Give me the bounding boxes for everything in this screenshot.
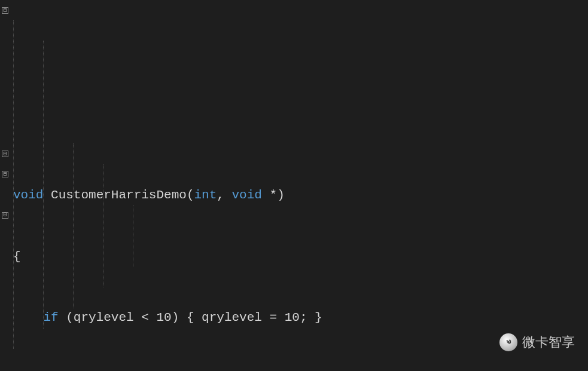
fold-icon[interactable]: ⊟	[2, 151, 8, 157]
fold-icon[interactable]: ⊟	[2, 7, 8, 14]
code-editor[interactable]: ⊟ ⊟ ⊟ ⊟ void CustomerHarrisDemo(int, voi…	[0, 0, 588, 371]
fold-icon[interactable]: ⊟	[2, 171, 8, 177]
editor-gutter: ⊟ ⊟ ⊟ ⊟	[0, 0, 11, 371]
watermark: ༄ 微卡智享	[499, 332, 575, 353]
code-line: if (qrylevel < 10) { qrylevel = 10; }	[13, 308, 588, 328]
code-line: void CustomerHarrisDemo(int, void *)	[13, 185, 588, 206]
wechat-icon: ༄	[499, 333, 517, 351]
code-line: {	[13, 247, 588, 267]
code-area[interactable]: void CustomerHarrisDemo(int, void *) { i…	[11, 0, 588, 371]
fold-icon[interactable]: ⊟	[2, 212, 8, 219]
watermark-text: 微卡智享	[522, 332, 575, 353]
